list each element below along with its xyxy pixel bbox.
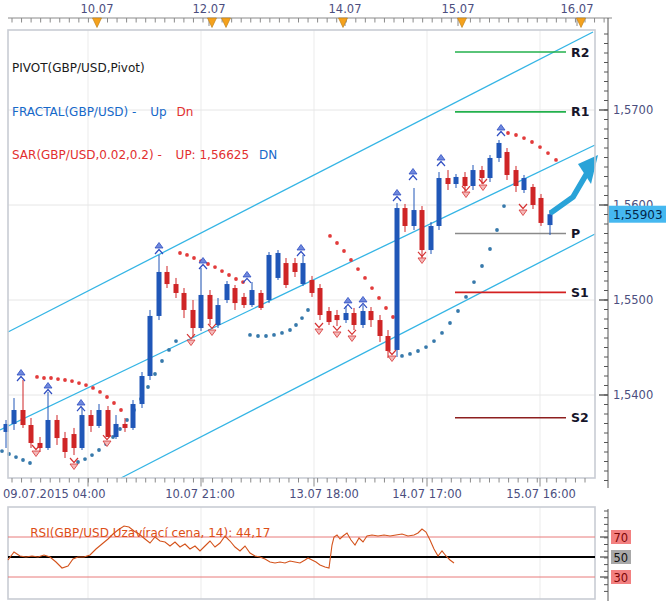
fractal-down-chevron <box>462 186 470 191</box>
candle-body <box>454 177 459 184</box>
chart-window: 10.0712.0714.0715.0716.0709.07.2015 04:0… <box>0 0 669 604</box>
sar-dot-down <box>213 265 217 269</box>
candle <box>335 310 340 326</box>
sar-dot-down <box>234 277 238 281</box>
candle <box>505 148 510 180</box>
candle-body <box>106 410 111 437</box>
fractal-up-triangle <box>44 383 52 389</box>
candle-body <box>267 255 272 300</box>
sar-dot-up <box>28 461 32 465</box>
candle <box>403 204 408 232</box>
candle <box>352 308 357 330</box>
fractal-up-triangle <box>409 168 417 174</box>
fractal-up-triangle <box>243 271 251 277</box>
candle-body <box>157 272 162 316</box>
candle <box>29 418 34 448</box>
candle <box>420 206 425 258</box>
candle-body <box>531 187 536 205</box>
fractal-up-chevron <box>344 304 352 309</box>
sar-dot-up <box>0 449 4 453</box>
fractal-up-chevron <box>77 407 85 412</box>
candle <box>514 166 519 192</box>
date-label: 14.07 <box>329 2 362 16</box>
sar-dot-up <box>14 455 18 459</box>
sar-dot-down <box>192 256 196 260</box>
candle-body <box>165 272 170 284</box>
session-marker-icon[interactable] <box>458 18 467 28</box>
fractal-up-triangle <box>155 242 163 248</box>
candle-body <box>471 170 476 186</box>
candle-body <box>361 311 366 325</box>
fractal-up-icon <box>77 400 85 412</box>
sar-dot-down <box>546 151 550 155</box>
fractal-up-icon <box>497 125 505 137</box>
candle-body <box>208 295 213 319</box>
fractal-down-icon <box>187 334 195 346</box>
candle-body <box>89 415 94 426</box>
candle-body <box>199 295 204 328</box>
fractal-down-icon <box>462 186 470 198</box>
candle-body <box>191 310 196 328</box>
candle-body <box>242 297 247 305</box>
candle-body <box>80 415 85 448</box>
fractal-up-chevron <box>409 175 417 180</box>
candle-body <box>250 290 255 305</box>
fractal-up-icon <box>393 189 401 201</box>
sar-dot-up <box>400 354 404 358</box>
fractal-up-chevron <box>437 162 445 167</box>
fractal-down-triangle <box>462 192 470 198</box>
sar-dot-up <box>90 453 94 457</box>
rsi-level-badge-text: 30 <box>614 571 629 585</box>
fractal-down-chevron <box>348 330 356 335</box>
rsi-level-badge-text: 70 <box>614 531 629 545</box>
session-marker-icon[interactable] <box>222 18 231 28</box>
fractal-down-triangle <box>208 330 216 336</box>
fractal-down-icon <box>388 350 396 362</box>
fractal-up-triangle <box>77 400 85 406</box>
legend-fractal-dn[interactable]: Dn <box>177 105 194 119</box>
candle-body <box>318 288 323 315</box>
sar-dot-up <box>480 264 484 268</box>
sar-dot-up <box>264 334 268 338</box>
session-marker-icon[interactable] <box>339 18 348 28</box>
sar-dot-down <box>356 267 360 271</box>
legend-pivot: PIVOT(GBP/USD,Pivot) <box>12 61 277 76</box>
sar-dot-up <box>21 458 25 462</box>
time-label: 14.07 17:00 <box>392 487 462 501</box>
candle-body <box>412 210 417 226</box>
legend-fractal: FRACTAL(GBP/USD) - UpDn <box>12 105 277 120</box>
time-label: 10.07 21:00 <box>165 487 235 501</box>
sar-dot-down <box>178 251 182 255</box>
session-marker-icon[interactable] <box>93 18 102 28</box>
fractal-down-chevron <box>315 323 323 328</box>
candle <box>276 250 281 280</box>
sar-dot-up <box>153 372 157 376</box>
legend-fractal-up[interactable]: Up <box>150 105 166 119</box>
candle <box>182 288 187 318</box>
candle-body <box>63 438 68 452</box>
sar-dot-up <box>256 334 260 338</box>
fractal-up-triangle <box>437 155 445 161</box>
sar-dot-down <box>342 249 346 253</box>
candle <box>301 255 306 286</box>
sar-dot-up <box>160 359 164 363</box>
candle-body <box>72 434 77 448</box>
candle-body <box>174 284 179 293</box>
fractal-up-icon <box>243 271 251 283</box>
fractal-up-chevron <box>393 196 401 201</box>
price-axis-label: 1,5700 <box>613 103 653 117</box>
fractal-up-icon <box>437 155 445 167</box>
sar-dot-down <box>522 136 526 140</box>
candle <box>191 300 196 337</box>
fractal-down-triangle <box>348 336 356 342</box>
fractal-up-triangle <box>17 370 25 376</box>
candle-body <box>369 311 374 320</box>
candle-body <box>284 263 289 285</box>
legend-sar-dn[interactable]: DN <box>259 148 277 162</box>
sar-dot-up <box>76 460 80 464</box>
candle <box>454 174 459 188</box>
candle-body <box>310 280 315 293</box>
sar-dot-down <box>77 381 81 385</box>
session-marker-icon[interactable] <box>577 18 586 28</box>
candle-body <box>301 263 306 284</box>
